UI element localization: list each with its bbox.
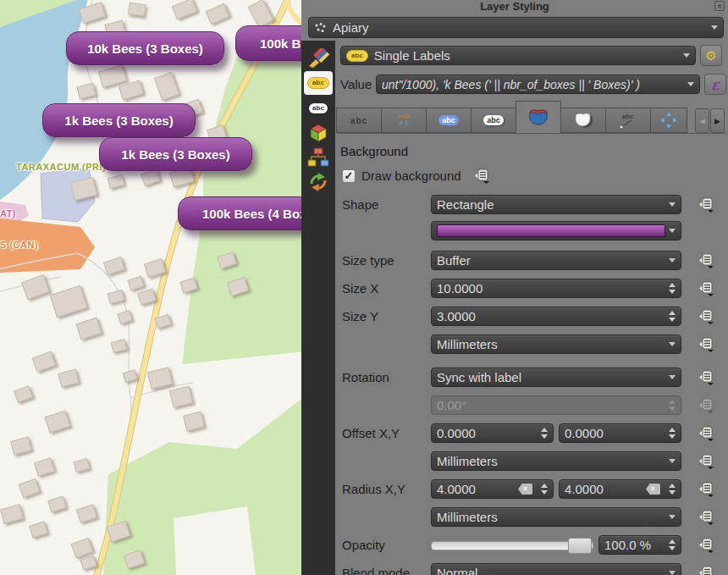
radius-y-input[interactable]: 4.0000 ×: [559, 479, 681, 499]
size-type-label: Size type: [342, 253, 431, 268]
data-defined-override-button[interactable]: [693, 425, 715, 441]
data-defined-override-button[interactable]: [693, 537, 715, 553]
tab-shadow[interactable]: [560, 108, 606, 133]
chevron-down-icon: [683, 53, 690, 58]
sidebar-item-symbology[interactable]: [304, 47, 333, 69]
panel-title: Layer Styling: [301, 0, 728, 13]
radius-units-select[interactable]: Millimeters: [431, 507, 681, 527]
size-y-input[interactable]: 3.0000: [431, 307, 681, 326]
tab-scroll-left-button[interactable]: ◀: [695, 108, 709, 133]
slider-handle[interactable]: [568, 538, 592, 554]
size-x-input[interactable]: 10.0000: [431, 279, 681, 298]
sidebar-item-history[interactable]: [304, 170, 333, 193]
offset-units-value: Millimeters: [437, 454, 498, 468]
data-defined-override-button[interactable]: [693, 369, 715, 385]
tab-scroll-right-button[interactable]: ▶: [710, 108, 725, 133]
data-defined-override-button[interactable]: [693, 565, 715, 575]
layer-styling-panel: Layer Styling × Apiary: [301, 0, 728, 575]
map-canvas[interactable]: TARAXACUM (PRI)AT)S (CAN) 10k Bees (3 Bo…: [0, 0, 301, 575]
shape-select[interactable]: Rectangle: [431, 195, 681, 214]
rotation-mode-value: Sync with label: [437, 370, 521, 384]
size-x-value: 10.0000: [437, 281, 483, 296]
tab-mask[interactable]: abc: [471, 108, 516, 133]
chevron-down-icon: [669, 229, 676, 233]
size-y-label: Size Y: [342, 309, 431, 323]
tab-formatting[interactable]: +ab< c: [381, 108, 427, 133]
expression-icon: ε: [711, 76, 720, 93]
radius-label: Radius X,Y: [342, 482, 431, 496]
map-place-label: S (CAN): [0, 240, 38, 250]
scroll-right-icon: ▶: [714, 117, 720, 125]
offset-units-select[interactable]: Millimeters: [431, 451, 681, 471]
map-bee-label: 100k Bees (4 Boxes): [178, 196, 301, 230]
label-mode-select[interactable]: abc Single Labels: [340, 46, 696, 65]
data-defined-override-button[interactable]: [693, 453, 715, 469]
label-mode-value: Single Labels: [374, 48, 450, 63]
size-type-select[interactable]: Buffer: [431, 251, 681, 270]
offset-x-input[interactable]: 0.0000: [431, 423, 554, 443]
size-type-value: Buffer: [437, 253, 471, 268]
tab-placement[interactable]: [650, 108, 687, 133]
data-defined-override-button[interactable]: [470, 168, 492, 184]
callouts-tab-icon: abc: [617, 111, 639, 130]
map-bee-label: 1k Bees (3 Boxes): [42, 103, 196, 137]
data-defined-override-button[interactable]: [693, 308, 715, 324]
chevron-down-icon: [687, 82, 694, 86]
background-section-heading: Background: [340, 144, 726, 158]
opacity-input[interactable]: 100.0 %: [598, 535, 681, 555]
mask-icon: abc: [309, 103, 328, 113]
tab-background[interactable]: [516, 101, 561, 133]
sidebar-item-masks[interactable]: abc: [304, 97, 333, 119]
rotation-angle-input: 0.00°: [431, 395, 681, 415]
diagram-icon: [307, 147, 329, 168]
paintbrush-icon: [307, 48, 329, 69]
value-expression-select[interactable]: unt"/1000), 'k Bees (' || nbr_of_boxes |…: [376, 75, 700, 94]
mask-tab-icon: abc: [483, 115, 504, 125]
expression-builder-button[interactable]: ε: [704, 74, 726, 95]
data-defined-override-button[interactable]: [693, 336, 715, 352]
layer-selector[interactable]: Apiary: [308, 17, 724, 38]
sidebar-item-diagrams[interactable]: [304, 146, 333, 169]
rotation-mode-select[interactable]: Sync with label: [431, 368, 681, 387]
size-units-select[interactable]: Millimeters: [431, 334, 681, 354]
tab-callouts[interactable]: abc: [605, 108, 651, 133]
draw-background-checkbox[interactable]: ✓: [342, 169, 356, 183]
text-tab-icon: abc: [350, 116, 367, 125]
map-bee-label: 10k Bees (3 Boxes): [66, 31, 224, 65]
map-bee-label: 1k Bees (3 Boxes): [99, 137, 252, 171]
data-defined-override-button[interactable]: [693, 196, 715, 213]
opacity-label: Opacity: [342, 538, 431, 552]
shadow-tab-icon: [573, 112, 593, 129]
clear-value-icon[interactable]: ×: [646, 484, 660, 495]
blend-mode-select[interactable]: Normal: [431, 563, 681, 575]
tab-text[interactable]: abc: [336, 108, 382, 133]
sidebar-item-labels[interactable]: abc: [304, 71, 333, 95]
panel-titlebar: Layer Styling ×: [301, 0, 728, 13]
automated-placement-button[interactable]: ⚙: [700, 45, 722, 66]
radius-units-value: Millimeters: [437, 510, 498, 524]
tab-buffer[interactable]: abc: [426, 108, 472, 133]
rotation-angle-value: 0.00°: [437, 398, 466, 412]
chevron-down-icon: [669, 571, 676, 575]
radius-x-input[interactable]: 4.0000 ×: [431, 479, 554, 499]
placement-tab-icon: [659, 111, 678, 130]
close-icon[interactable]: ×: [714, 1, 725, 11]
cube-3d-icon: [308, 123, 328, 143]
chevron-down-icon: [669, 202, 676, 207]
data-defined-override-button[interactable]: [693, 509, 715, 525]
radius-x-value: 4.0000: [437, 482, 476, 496]
clear-value-icon[interactable]: ×: [518, 484, 532, 495]
map-building: [128, 3, 146, 17]
opacity-slider[interactable]: [431, 535, 593, 555]
offset-x-value: 0.0000: [437, 426, 476, 440]
chevron-down-icon: [669, 342, 676, 346]
value-expression-text: unt"/1000), 'k Bees (' || nbr_of_boxes |…: [382, 78, 640, 91]
sidebar-item-3d-view[interactable]: [304, 121, 333, 144]
data-defined-override-button[interactable]: [693, 481, 715, 497]
data-defined-override-button[interactable]: [693, 280, 715, 296]
data-defined-override-button[interactable]: [693, 252, 715, 268]
offset-y-input[interactable]: 0.0000: [559, 423, 681, 443]
svg-text:abc: abc: [622, 113, 634, 120]
fill-color-select[interactable]: [431, 221, 681, 241]
formatting-tab-icon: +ab< c: [398, 113, 410, 127]
